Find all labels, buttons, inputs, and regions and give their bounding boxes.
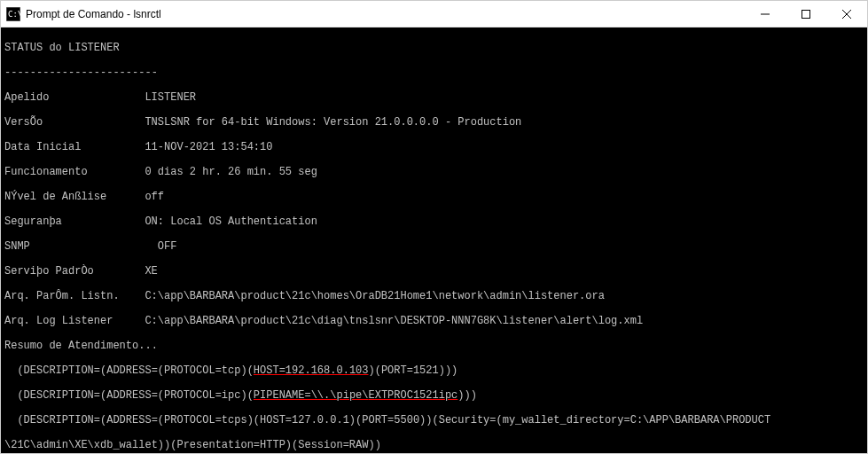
terminal-output[interactable]: STATUS do LISTENER ---------------------… [1, 27, 867, 453]
snmp-label: SNMP [4, 240, 145, 253]
version-label: VersÕo [4, 116, 145, 129]
uptime-row: Funcionamento0 dias 2 hr. 26 min. 55 seg [4, 166, 864, 178]
titlebar[interactable]: C:\ Prompt de Comando - lsnrctl [1, 1, 867, 27]
param-file-value: C:\app\BARBARA\product\21c\homes\OraDB21… [145, 290, 604, 302]
param-file-row: Arq. ParÔm. Listn.C:\app\BARBARA\product… [4, 290, 864, 302]
pipe-highlight-1: PIPENAME=\\.\pipe\ [254, 389, 369, 402]
cmd-icon: C:\ [6, 7, 20, 21]
endpoint-3a: (DESCRIPTION=(ADDRESS=(PROTOCOL=tcps)(HO… [4, 414, 864, 427]
startdate-row: Data Inicial11-NOV-2021 13:54:10 [4, 141, 864, 153]
pipe-highlight-2: EXTPROC1521ipc [368, 389, 457, 402]
endpoint-3b: \21C\admin\XE\xdb_wallet))(Presentation=… [4, 439, 864, 451]
version-row: VersÕoTNSLSNR for 64-bit Windows: Versio… [4, 116, 864, 129]
alias-value: LISTENER [145, 91, 196, 104]
alias-label: Apelido [4, 91, 145, 104]
close-button[interactable] [826, 1, 867, 27]
param-file-label: Arq. ParÔm. Listn. [4, 290, 145, 302]
startdate-value: 11-NOV-2021 13:54:10 [145, 141, 272, 153]
svg-rect-3 [802, 10, 810, 18]
log-file-row: Arq. Log ListenerC:\app\BARBARA\product\… [4, 315, 864, 327]
startdate-label: Data Inicial [4, 141, 145, 153]
security-label: Seguranþa [4, 215, 145, 228]
alias-row: ApelidoLISTENER [4, 91, 864, 104]
default-service-label: Serviþo PadrÒo [4, 265, 145, 278]
log-file-value: C:\app\BARBARA\product\21c\diag\tnslsnr\… [145, 315, 643, 327]
snmp-row: SNMP OFF [4, 240, 864, 253]
default-service-row: Serviþo PadrÒoXE [4, 265, 864, 278]
summary-header: Resumo de Atendimento... [4, 340, 864, 352]
snmp-value: OFF [158, 240, 177, 253]
version-value: TNSLSNR for 64-bit Windows: Version 21.0… [145, 116, 521, 129]
uptime-label: Funcionamento [4, 166, 145, 178]
uptime-value: 0 dias 2 hr. 26 min. 55 seg [145, 166, 317, 178]
endpoint-1: (DESCRIPTION=(ADDRESS=(PROTOCOL=tcp)(HOS… [4, 364, 864, 377]
window-controls [745, 1, 867, 27]
divider: ------------------------ [4, 67, 864, 79]
endpoint-2: (DESCRIPTION=(ADDRESS=(PROTOCOL=ipc)(PIP… [4, 389, 864, 402]
svg-text:C:\: C:\ [8, 10, 20, 19]
default-service-value: XE [145, 265, 157, 278]
security-row: SeguranþaON: Local OS Authentication [4, 215, 864, 228]
trace-label: NÝvel de Anßlise [4, 191, 145, 203]
host-highlight: HOST=192.168.0.103 [254, 364, 369, 377]
trace-value: off [145, 191, 164, 203]
maximize-button[interactable] [786, 1, 826, 27]
cmd-window: C:\ Prompt de Comando - lsnrctl STATUS d… [0, 0, 868, 454]
status-header: STATUS do LISTENER [4, 42, 864, 54]
security-value: ON: Local OS Authentication [145, 215, 317, 228]
window-title: Prompt de Comando - lsnrctl [26, 8, 745, 20]
log-file-label: Arq. Log Listener [4, 315, 145, 327]
minimize-button[interactable] [745, 1, 786, 27]
trace-row: NÝvel de Anßliseoff [4, 191, 864, 203]
